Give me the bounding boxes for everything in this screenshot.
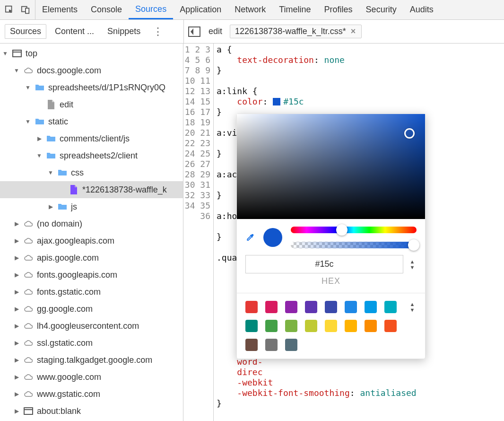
tree-row[interactable]: ▼static: [0, 113, 183, 130]
devtools-tab-application[interactable]: Application: [173, 0, 228, 19]
palette-swatch[interactable]: [265, 339, 278, 351]
folder-icon: [58, 168, 67, 177]
palette-swatch[interactable]: [365, 320, 377, 332]
devtools-tab-elements[interactable]: Elements: [35, 0, 84, 19]
palette-swatch[interactable]: [265, 320, 278, 332]
cloud-icon: [24, 321, 33, 331]
chevron-down-icon[interactable]: ▼: [36, 152, 43, 159]
hue-slider-thumb[interactable]: [336, 224, 348, 236]
devtools-tab-profiles[interactable]: Profiles: [318, 0, 359, 19]
tree-row[interactable]: ▼spreadsheets2/client: [0, 147, 183, 164]
inspect-element-icon[interactable]: [5, 5, 14, 15]
tree-row[interactable]: ▶apis.google.com: [0, 249, 183, 266]
palette-swatch[interactable]: [384, 320, 397, 332]
palette-swatch[interactable]: [345, 320, 357, 332]
tree-row[interactable]: ▶gg.google.com: [0, 300, 183, 317]
chevron-right-icon[interactable]: ▶: [13, 237, 20, 244]
window-icon: [24, 406, 33, 416]
chevron-right-icon[interactable]: ▶: [13, 357, 20, 363]
chevron-down-icon[interactable]: ▼: [2, 50, 9, 57]
chevron-right-icon[interactable]: ▶: [13, 220, 20, 227]
palette-swatch[interactable]: [384, 301, 397, 313]
chevron-right-icon[interactable]: ▶: [13, 254, 20, 261]
chevron-right-icon[interactable]: ▶: [13, 408, 20, 414]
breadcrumb-edit[interactable]: edit: [206, 26, 225, 36]
palette-swatch[interactable]: [245, 339, 258, 351]
tree-row[interactable]: ▶ssl.gstatic.com: [0, 334, 183, 351]
palette-swatch[interactable]: [325, 301, 337, 313]
folder-icon: [35, 83, 44, 92]
navigator-toggle-icon[interactable]: [188, 25, 201, 38]
tree-row[interactable]: *1226138738-waffle_k: [0, 181, 183, 198]
palette-swatch[interactable]: [305, 301, 317, 313]
code-editor: 1 2 3 4 5 6 7 8 9 10 11 12 13 14 15 16 1…: [183, 44, 504, 421]
palette-swatch[interactable]: [265, 301, 278, 313]
chevron-right-icon[interactable]: ▶: [47, 203, 54, 210]
tree-row[interactable]: ▶fonts.gstatic.com: [0, 283, 183, 300]
chevron-right-icon[interactable]: ▶: [13, 340, 20, 346]
tree-row[interactable]: ▶fonts.googleapis.com: [0, 266, 183, 283]
tree-row-label: docs.google.com: [37, 66, 101, 76]
devtools-tab-network[interactable]: Network: [228, 0, 272, 19]
palette-swatch[interactable]: [345, 301, 357, 313]
palette-swatch[interactable]: [285, 301, 297, 313]
chevron-right-icon[interactable]: ▶: [13, 391, 20, 397]
palette-swatch[interactable]: [325, 320, 337, 332]
tree-row[interactable]: ▶(no domain): [0, 215, 183, 232]
more-options-icon[interactable]: ⋮: [149, 26, 167, 38]
chevron-right-icon[interactable]: ▶: [13, 306, 20, 312]
chevron-right-icon[interactable]: ▶: [13, 289, 20, 295]
tree-row[interactable]: ▶about:blank: [0, 403, 183, 420]
saturation-value-field[interactable]: [237, 114, 425, 219]
devtools-tab-audits[interactable]: Audits: [403, 0, 440, 19]
tree-row[interactable]: ▶lh4.googleusercontent.com: [0, 317, 183, 334]
tree-row-label: staging.talkgadget.google.com: [37, 355, 152, 365]
sources-subtab-0[interactable]: Sources: [5, 24, 46, 39]
tree-row[interactable]: ▼css: [0, 164, 183, 181]
chevron-right-icon[interactable]: ▶: [13, 323, 20, 329]
devtools-tab-timeline[interactable]: Timeline: [272, 0, 317, 19]
devtools-tab-security[interactable]: Security: [359, 0, 403, 19]
tree-row[interactable]: ▼spreadsheets/d/1P1sRNQry0Q: [0, 79, 183, 96]
palette-swatch[interactable]: [285, 320, 297, 332]
chevron-right-icon[interactable]: ▶: [13, 272, 20, 278]
tree-row[interactable]: ▼docs.google.com: [0, 62, 183, 79]
devtools-tab-console[interactable]: Console: [84, 0, 129, 19]
tree-row[interactable]: ▶js: [0, 198, 183, 215]
tree-row[interactable]: ▼top: [0, 45, 183, 62]
chevron-right-icon[interactable]: ▶: [13, 374, 20, 380]
alpha-slider[interactable]: [291, 242, 417, 248]
palette-swatch[interactable]: [285, 339, 297, 351]
chevron-down-icon[interactable]: ▼: [47, 169, 54, 176]
open-file-tab[interactable]: 1226138738-waffle_k_ltr.css* ×: [230, 25, 362, 38]
tree-row[interactable]: ▶ajax.googleapis.com: [0, 232, 183, 249]
tree-row[interactable]: ▶www.google.com: [0, 368, 183, 386]
chevron-down-icon[interactable]: ▼: [25, 118, 31, 125]
tree-row[interactable]: edit: [0, 96, 183, 113]
chevron-down-icon[interactable]: ▼: [25, 84, 31, 91]
sources-subtab-2[interactable]: Snippets: [103, 25, 145, 38]
eyedropper-icon[interactable]: [245, 233, 255, 242]
devtools-tab-sources[interactable]: Sources: [129, 0, 173, 19]
tree-row[interactable]: ▶comments/client/js: [0, 130, 183, 147]
palette-swatch[interactable]: [365, 301, 377, 313]
close-tab-icon[interactable]: ×: [350, 26, 357, 36]
sources-subtab-1[interactable]: Content ...: [50, 25, 99, 38]
alpha-slider-thumb[interactable]: [408, 239, 419, 251]
palette-swatch[interactable]: [245, 301, 258, 313]
hex-color-input[interactable]: #15c: [245, 255, 403, 273]
device-mode-icon[interactable]: [21, 5, 30, 15]
palette-swatch[interactable]: [305, 320, 317, 332]
tree-row[interactable]: ▶staging.talkgadget.google.com: [0, 351, 183, 368]
palette-row: [245, 339, 417, 351]
format-toggle-spinner[interactable]: ▲▼: [408, 259, 417, 270]
tree-row[interactable]: ▶www.gstatic.com: [0, 386, 183, 403]
satval-cursor[interactable]: [404, 128, 415, 139]
inline-color-swatch[interactable]: [273, 98, 280, 105]
hue-slider[interactable]: [291, 227, 417, 233]
chevron-right-icon[interactable]: ▶: [36, 135, 43, 142]
folder-icon: [46, 151, 56, 160]
palette-swatch[interactable]: [245, 320, 258, 332]
chevron-down-icon[interactable]: ▼: [13, 67, 20, 74]
palette-set-toggle[interactable]: ▲▼: [408, 301, 417, 313]
